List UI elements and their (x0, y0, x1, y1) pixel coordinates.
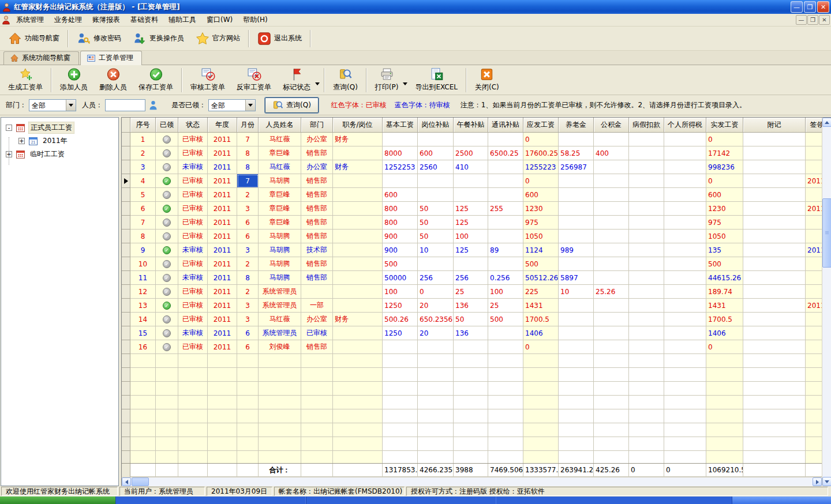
cell-received[interactable] (156, 243, 178, 257)
cell-received[interactable] (156, 160, 178, 174)
cell-tax[interactable] (664, 313, 706, 326)
cell-status[interactable]: 已审核 (178, 340, 208, 354)
cell-pension[interactable] (559, 257, 594, 271)
cell-lunch[interactable]: 125 (454, 243, 488, 257)
cell-position[interactable] (333, 285, 383, 299)
cell-name[interactable]: 马红薇 (259, 160, 301, 174)
received-select[interactable]: 全部 (208, 99, 256, 111)
cell-post[interactable]: 2560 (418, 160, 454, 174)
cell-fund[interactable] (594, 299, 629, 313)
cell-year[interactable]: 2011 (208, 188, 237, 202)
column-header-dept[interactable]: 部门 (301, 118, 333, 133)
taskbar-item-active[interactable] (732, 497, 831, 504)
cell-year[interactable]: 2011 (208, 202, 237, 216)
cell-tax[interactable] (664, 160, 706, 174)
cell-note[interactable] (743, 133, 806, 146)
home-button[interactable]: 功能导航窗 (2, 29, 65, 48)
cell-post[interactable] (418, 188, 454, 202)
cell-sick[interactable] (629, 202, 664, 216)
cell-seq[interactable]: 9 (130, 243, 156, 257)
cell-net[interactable]: 189.74 (706, 285, 743, 299)
cell-year[interactable]: 2011 (208, 133, 237, 146)
del-person-button[interactable]: 删除人员 (93, 66, 133, 94)
cell-seq[interactable]: 12 (130, 285, 156, 299)
cell-net[interactable]: 0 (706, 174, 743, 188)
column-header-sign[interactable]: 签领 (806, 118, 822, 133)
cell-gross[interactable]: 1050 (523, 230, 559, 243)
menu-item-4[interactable]: 辅助工具 (163, 14, 201, 26)
close-doc-button[interactable]: 关闭(C) (469, 66, 505, 94)
column-header-fund[interactable]: 公积金 (594, 118, 629, 133)
cell-received[interactable] (156, 313, 178, 326)
cell-year[interactable]: 2011 (208, 146, 237, 160)
cell-dept[interactable]: 销售部 (301, 257, 333, 271)
cell-lunch[interactable] (454, 174, 488, 188)
cell-sick[interactable] (629, 257, 664, 271)
column-header-comm[interactable]: 通讯补贴 (488, 118, 523, 133)
cell-lunch[interactable]: 2500 (454, 146, 488, 160)
cell-fund[interactable]: 25.26 (594, 285, 629, 299)
restore-button[interactable]: ❐ (804, 1, 816, 13)
cell-tax[interactable] (664, 257, 706, 271)
cell-dept[interactable]: 销售部 (301, 174, 333, 188)
cell-base[interactable]: 50000 (383, 271, 418, 285)
cell-position[interactable] (333, 174, 383, 188)
menu-item-2[interactable]: 账簿报表 (87, 14, 125, 26)
cell-seq[interactable]: 5 (130, 188, 156, 202)
cell-comm[interactable]: 6500.25 (488, 146, 523, 160)
cell-comm[interactable]: 0.256 (488, 271, 523, 285)
cell-position[interactable]: 财务 (333, 160, 383, 174)
column-header-year[interactable]: 年度 (208, 118, 237, 133)
cell-sick[interactable] (629, 216, 664, 230)
cell-gross[interactable]: 1255223 (523, 160, 559, 174)
cell-position[interactable] (333, 188, 383, 202)
cell-status[interactable]: 已审核 (178, 188, 208, 202)
cell-gross[interactable]: 0 (523, 174, 559, 188)
tree-node-0[interactable]: -正式员工工资 (1, 121, 118, 134)
cell-sick[interactable] (629, 340, 664, 354)
cell-comm[interactable] (488, 340, 523, 354)
cell-seq[interactable]: 1 (130, 133, 156, 146)
cell-gross[interactable]: 50512.26 (523, 271, 559, 285)
cell-post[interactable]: 50 (418, 202, 454, 216)
column-header-gross[interactable]: 应发工资 (523, 118, 559, 133)
cell-net[interactable]: 1700.5 (706, 313, 743, 326)
cell-sick[interactable] (629, 230, 664, 243)
cell-year[interactable]: 2011 (208, 243, 237, 257)
cell-fund[interactable] (594, 257, 629, 271)
cell-month[interactable]: 3 (237, 299, 259, 313)
cell-fund[interactable] (594, 313, 629, 326)
cell-note[interactable] (743, 174, 806, 188)
cell-fund[interactable] (594, 188, 629, 202)
cell-comm[interactable]: 255 (488, 202, 523, 216)
cell-base[interactable] (383, 133, 418, 146)
child-restore-button[interactable]: ❐ (807, 15, 818, 25)
cell-note[interactable] (743, 313, 806, 326)
cell-status[interactable]: 已审核 (178, 216, 208, 230)
cell-name[interactable]: 马胡腾 (259, 243, 301, 257)
cell-note[interactable] (743, 326, 806, 340)
cell-year[interactable]: 2011 (208, 313, 237, 326)
cell-tax[interactable] (664, 174, 706, 188)
cell-month[interactable]: 2 (237, 257, 259, 271)
cell-name[interactable]: 马胡腾 (259, 271, 301, 285)
cell-received[interactable] (156, 146, 178, 160)
cell-dept[interactable]: 销售部 (301, 216, 333, 230)
close-button[interactable]: ✕ (817, 1, 829, 13)
cell-base[interactable]: 1252253 (383, 160, 418, 174)
audit-button[interactable]: 审核工资单 (185, 66, 231, 94)
cell-seq[interactable]: 2 (130, 146, 156, 160)
cell-tax[interactable] (664, 133, 706, 146)
cell-net[interactable]: 1230 (706, 202, 743, 216)
cell-pension[interactable] (559, 133, 594, 146)
cell-gross[interactable]: 1230 (523, 202, 559, 216)
cell-comm[interactable]: 500 (488, 313, 523, 326)
cell-base[interactable]: 1250 (383, 299, 418, 313)
cell-year[interactable]: 2011 (208, 230, 237, 243)
cell-name[interactable]: 章巨峰 (259, 188, 301, 202)
cell-base[interactable]: 800 (383, 216, 418, 230)
cell-pension[interactable] (559, 299, 594, 313)
cell-lunch[interactable] (454, 133, 488, 146)
cell-status[interactable]: 已审核 (178, 146, 208, 160)
cell-status[interactable]: 未审核 (178, 326, 208, 340)
